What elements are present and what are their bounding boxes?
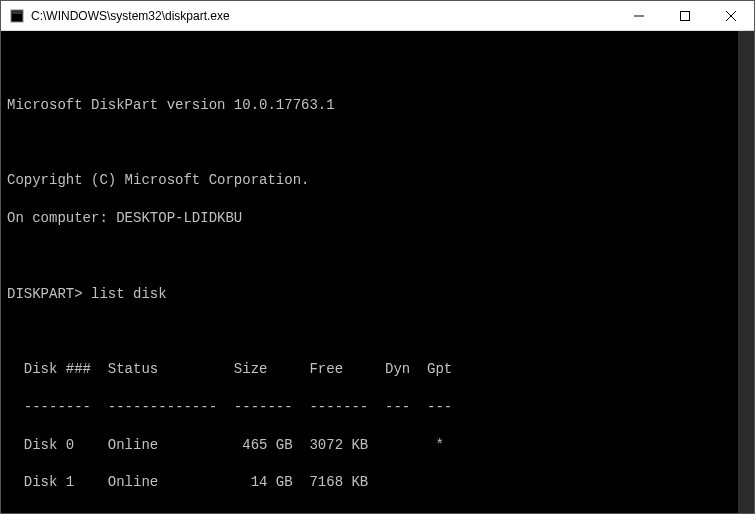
window-title: C:\WINDOWS\system32\diskpart.exe (31, 9, 616, 23)
prompt: DISKPART> (7, 286, 83, 302)
titlebar[interactable]: C:\WINDOWS\system32\diskpart.exe (1, 1, 754, 31)
window-controls (616, 1, 754, 30)
app-icon (9, 8, 25, 24)
close-button[interactable] (708, 1, 754, 30)
terminal-output[interactable]: Microsoft DiskPart version 10.0.17763.1 … (1, 31, 754, 513)
version-line: Microsoft DiskPart version 10.0.17763.1 (7, 96, 748, 115)
table-row: Disk 1 Online 14 GB 7168 KB (7, 473, 748, 492)
maximize-button[interactable] (662, 1, 708, 30)
blank-line (7, 58, 748, 77)
blank-line (7, 133, 748, 152)
command-line-1: DISKPART> list disk (7, 285, 748, 304)
blank-line (7, 247, 748, 266)
computer-line: On computer: DESKTOP-LDIDKBU (7, 209, 748, 228)
command-text: list disk (91, 286, 167, 302)
svg-rect-3 (681, 11, 690, 20)
minimize-button[interactable] (616, 1, 662, 30)
svg-rect-1 (12, 11, 22, 14)
table-row: Disk 0 Online 465 GB 3072 KB * (7, 436, 748, 455)
table-header: Disk ### Status Size Free Dyn Gpt (7, 360, 748, 379)
blank-line (7, 511, 748, 513)
copyright-line: Copyright (C) Microsoft Corporation. (7, 171, 748, 190)
table-divider: -------- ------------- ------- ------- -… (7, 398, 748, 417)
blank-line (7, 322, 748, 341)
scrollbar[interactable] (738, 31, 754, 513)
window-frame: C:\WINDOWS\system32\diskpart.exe Microso… (0, 0, 755, 514)
